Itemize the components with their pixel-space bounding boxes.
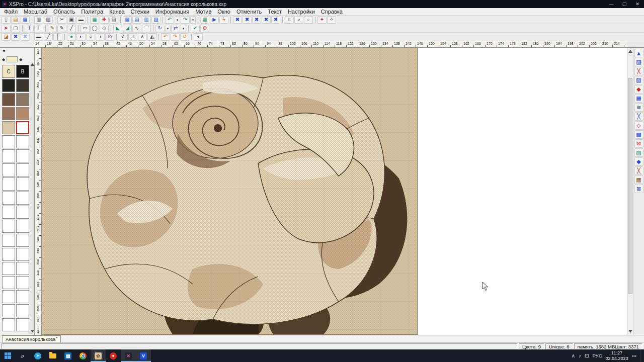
menu-item-8[interactable]: Мотив	[192, 8, 214, 15]
stitch-back-button[interactable]: ✖	[262, 16, 271, 24]
pattern-brown-button[interactable]: ▦	[634, 175, 643, 184]
palette-empty-cell[interactable]	[16, 192, 29, 205]
taskbar-clock[interactable]: 11:27 02.04.2023	[606, 350, 628, 361]
scrollbar-thumb[interactable]	[628, 78, 632, 294]
apply-button[interactable]: ✔	[191, 25, 200, 32]
pattern-check-button[interactable]: ▩	[634, 130, 643, 139]
french-knot-button[interactable]: ⊙	[105, 33, 114, 41]
fill-corner-left-button[interactable]: ◣	[113, 25, 122, 32]
pattern-diag-button[interactable]: ▧	[634, 76, 643, 84]
palette-scrollbar[interactable]	[30, 62, 34, 334]
bead-half-right-button[interactable]: ◑	[96, 33, 105, 41]
palette-scroll-down-icon[interactable]	[31, 330, 34, 333]
cross-tool-button[interactable]: ✖	[11, 33, 20, 41]
palette-empty-cell[interactable]	[16, 276, 29, 289]
bead-outline-button[interactable]: ○	[86, 33, 95, 41]
taskbar-chrome[interactable]	[75, 349, 91, 362]
palette-highlight-swatch[interactable]	[7, 56, 18, 62]
step-forward-button[interactable]: ↷	[171, 33, 180, 41]
palette-swatch-6[interactable]	[16, 93, 29, 106]
arc-tool-button[interactable]: ⌒	[142, 25, 151, 32]
volume-icon[interactable]: ♪	[579, 353, 581, 358]
palette-swatch-1[interactable]: C	[2, 65, 15, 78]
pointer-button[interactable]: ➤	[2, 25, 11, 32]
show-desktop-strip[interactable]	[640, 349, 642, 362]
taskbar-search[interactable]: ⌕	[15, 349, 30, 362]
view-squares-button[interactable]: ▦	[123, 16, 132, 24]
cross-blue-button[interactable]: ╳	[634, 112, 643, 121]
diamond-blue-button[interactable]: ◆	[634, 157, 643, 166]
palette-swatch-4[interactable]	[16, 79, 29, 92]
diamond-outline-button[interactable]: ◇	[634, 121, 643, 130]
delete-red-button[interactable]: ╳	[634, 67, 643, 75]
palette-swatch-5[interactable]	[2, 93, 15, 106]
palette-empty-cell[interactable]	[16, 135, 29, 148]
palette-empty-cell[interactable]	[2, 135, 15, 148]
menu-item-4[interactable]: Палитра	[78, 8, 106, 15]
cut-button[interactable]: ✂	[57, 16, 66, 24]
redo-menu-button[interactable]: ▾	[190, 16, 196, 24]
vertical-scrollbar[interactable]	[627, 48, 633, 335]
palette-empty-cell[interactable]	[2, 192, 15, 205]
taskbar-store[interactable]: ▤	[60, 349, 75, 362]
waves-button[interactable]: ≋	[634, 103, 643, 112]
pen-button[interactable]: ✎	[57, 25, 66, 32]
palette-view-button[interactable]: ▦	[200, 16, 209, 24]
eraser-button[interactable]: ◪	[2, 33, 11, 41]
pattern-dense-button[interactable]: ▨	[634, 58, 643, 66]
add-stitch-button[interactable]: ✚	[100, 16, 109, 24]
prism-tool-button[interactable]: ◭	[147, 33, 156, 41]
stitch-petite-button[interactable]: ✖	[271, 16, 280, 24]
palette-empty-cell[interactable]	[2, 290, 15, 303]
palette-swatch-10[interactable]	[16, 121, 29, 134]
maximize-button[interactable]: ▢	[618, 0, 631, 8]
stitch-quarter-button[interactable]: ✖	[252, 16, 261, 24]
menu-item-2[interactable]: Масштаб	[21, 8, 50, 15]
select-area-button[interactable]: ▢	[11, 25, 20, 32]
zoom-out-button[interactable]: ⌕	[304, 16, 313, 24]
step-back-button[interactable]: ↶	[161, 33, 170, 41]
pin-button[interactable]: ✦	[317, 16, 327, 24]
boxed-x-blue-button[interactable]: ⊠	[634, 185, 643, 193]
document-tab[interactable]: Анастасия королькова *	[2, 335, 61, 342]
tray-expand-icon[interactable]: ∧	[572, 353, 575, 358]
view-symbols-button[interactable]: ▤	[132, 16, 141, 24]
triangle-tool-button[interactable]: ⊿	[128, 33, 137, 41]
undo-button[interactable]: ↶	[165, 16, 174, 24]
rotate-button[interactable]: ↻	[155, 25, 165, 32]
new-button[interactable]: ▯	[2, 16, 11, 24]
scroll-top-button[interactable]: ▲	[634, 49, 643, 57]
palette-swatch-8[interactable]	[16, 107, 29, 120]
palette-scroll-up-icon[interactable]	[31, 62, 34, 66]
pattern-green-button[interactable]: ▨	[634, 148, 643, 157]
pattern-grid-button[interactable]: ▦	[634, 94, 643, 103]
palette-empty-cell[interactable]	[16, 177, 29, 191]
network-icon[interactable]: ⊡	[585, 353, 589, 358]
palette-swatch-7[interactable]	[2, 107, 15, 120]
paste-button[interactable]: ▬	[76, 16, 86, 24]
palette-empty-cell[interactable]	[16, 149, 29, 162]
palette-swatch-2[interactable]: B	[16, 65, 29, 78]
curve-tool-button[interactable]: ∿	[132, 25, 141, 32]
open-button[interactable]: ▤	[11, 16, 20, 24]
save-button[interactable]: ▦	[21, 16, 30, 24]
rotate-menu-button[interactable]: ▾	[165, 25, 171, 32]
palette-empty-cell[interactable]	[16, 248, 29, 261]
mirror-button[interactable]: ⇄	[171, 25, 180, 32]
palette-empty-cell[interactable]	[16, 290, 29, 303]
center-point-button[interactable]: ⊕	[200, 25, 209, 32]
palette-empty-cell[interactable]	[16, 206, 29, 219]
mirror-menu-button[interactable]: ▾	[181, 25, 186, 32]
palette-empty-cell[interactable]	[16, 234, 29, 247]
boxed-x-red-button[interactable]: ⊠	[634, 139, 643, 148]
taskbar-xs-document[interactable]: ✿	[91, 349, 106, 362]
diamond-tool-button[interactable]: ◇	[100, 25, 109, 32]
rect-tool-button[interactable]: ▭	[80, 25, 90, 32]
pattern-canvas[interactable]	[42, 48, 417, 334]
measure-button[interactable]: ⌗	[285, 16, 294, 24]
stitch-full-button[interactable]: ✖	[233, 16, 242, 24]
preview-button[interactable]: ▶	[210, 16, 219, 24]
import-button[interactable]: ▥	[34, 16, 43, 24]
layers-button[interactable]: ▤	[109, 16, 118, 24]
view-color-button[interactable]: ▨	[151, 16, 160, 24]
